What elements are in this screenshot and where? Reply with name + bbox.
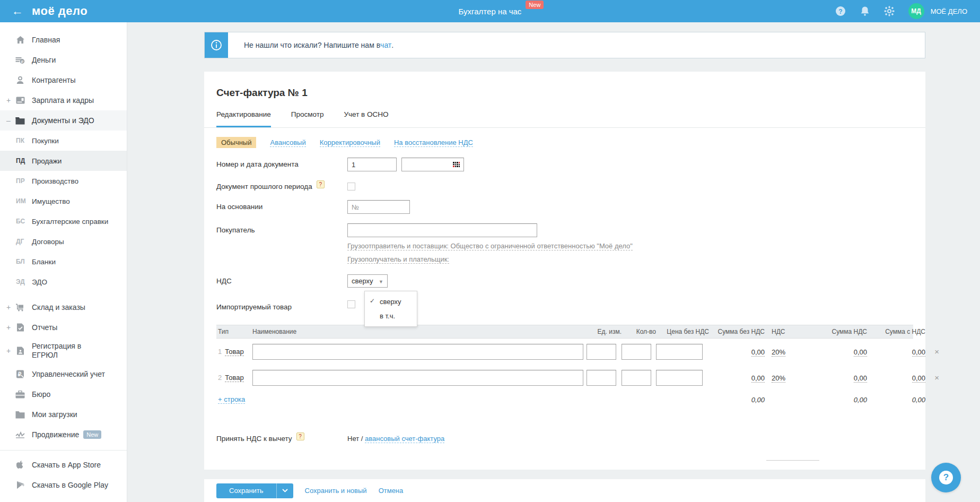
document-number-input[interactable] — [347, 158, 397, 171]
sidebar-item-my-uploads[interactable]: Мои загрузки — [0, 404, 127, 425]
sidebar-item-promotion[interactable]: Продвижение New — [0, 425, 127, 445]
item-qty-input[interactable] — [622, 370, 651, 386]
delete-row-icon[interactable]: × — [934, 347, 939, 356]
item-name-input[interactable] — [252, 370, 583, 386]
sidebar-item-google-play[interactable]: Скачать в Google Play — [0, 475, 127, 495]
sidebar-item-documents-edo[interactable]: – Документы и ЭДО — [0, 110, 127, 131]
account-name[interactable]: МОЁ ДЕЛО — [931, 7, 967, 15]
sidebar-item-reports[interactable]: + Отчеты — [0, 317, 127, 337]
collapse-minus-icon[interactable]: – — [5, 116, 12, 125]
banner-text-before: Не нашли что искали? Напишите нам в — [244, 41, 380, 49]
save-button[interactable]: Сохранить — [216, 483, 276, 498]
back-arrow-icon[interactable]: ← — [12, 5, 23, 17]
vat-select[interactable]: сверху ▼ — [347, 274, 388, 288]
item-price-input[interactable] — [656, 370, 703, 386]
vat-deduct-row: Принять НДС к вычету ? Нет / авансовый с… — [216, 432, 913, 443]
sidebar-item-purchases[interactable]: ПК Покупки — [0, 131, 127, 151]
vat-option-label: в т.ч. — [380, 312, 395, 320]
sidebar-item-label: ЭДО — [32, 278, 47, 286]
item-unit-input[interactable] — [587, 370, 616, 386]
past-period-checkbox[interactable] — [347, 183, 355, 191]
consignee-payer-link[interactable]: Грузополучатель и плательщик: — [347, 255, 449, 264]
vat-option-included[interactable]: в т.ч. — [365, 309, 417, 323]
row-type-link[interactable]: Товар — [225, 374, 243, 382]
sidebar-prefix: ЭД — [16, 278, 32, 285]
report-check-icon — [15, 323, 25, 332]
sum-no-vat-value[interactable]: 0,00 — [751, 374, 765, 383]
sidebar-item-warehouse[interactable]: + Склад и заказы — [0, 297, 127, 317]
sidebar-item-contractors[interactable]: Контрагенты — [0, 70, 127, 90]
item-price-input[interactable] — [656, 344, 703, 360]
sidebar-item-sales[interactable]: ПД Продажи — [0, 151, 127, 171]
item-qty-input[interactable] — [622, 344, 651, 360]
vat-sum-value[interactable]: 0,00 — [854, 348, 867, 357]
buyer-input[interactable] — [347, 223, 537, 237]
row-type-link[interactable]: Товар — [225, 348, 243, 356]
shipper-supplier-link[interactable]: Грузоотправитель и поставщик: Общество с… — [347, 242, 633, 250]
vat-rate-value[interactable]: 20% — [772, 374, 785, 383]
item-unit-input[interactable] — [587, 344, 616, 360]
type-corrective[interactable]: Корректировочный — [320, 139, 380, 147]
document-date-field[interactable] — [401, 158, 464, 171]
total-value[interactable]: 0,00 — [912, 348, 925, 357]
sidebar-item-blanks[interactable]: БЛ Бланки — [0, 252, 127, 272]
sidebar-item-label: Производство — [32, 177, 78, 185]
vat-rate-value[interactable]: 20% — [772, 348, 785, 357]
save-dropdown-chevron-icon[interactable] — [276, 483, 293, 498]
save-and-new-link[interactable]: Сохранить и новый — [305, 487, 367, 495]
type-advance[interactable]: Авансовый — [270, 139, 305, 147]
col-header-price: Цена без НДС — [656, 328, 709, 335]
table-row: 2 Товар 0,00 20% 0,00 0,00 × — [216, 365, 913, 391]
vat-sum-value[interactable]: 0,00 — [854, 374, 867, 383]
sidebar-item-contracts[interactable]: ДГ Договоры — [0, 231, 127, 252]
salary-card-icon — [15, 97, 25, 104]
vat-selected-value: сверху — [352, 277, 373, 285]
app-logo[interactable]: моё дело — [32, 4, 88, 18]
cancel-link[interactable]: Отмена — [379, 487, 404, 495]
person-icon — [15, 76, 25, 84]
vat-option-above[interactable]: ✓ сверху — [365, 295, 417, 309]
notifications-bell-icon[interactable] — [860, 6, 870, 16]
help-question-icon[interactable]: ? — [317, 180, 325, 188]
delete-row-icon[interactable]: × — [934, 373, 939, 382]
user-avatar[interactable]: МД — [908, 3, 924, 19]
col-header-qty: Кол-во — [622, 328, 656, 335]
document-date-input[interactable] — [401, 158, 464, 171]
sidebar-item-management-accounting[interactable]: ₽ Управленческий учет — [0, 364, 127, 384]
type-regular[interactable]: Обычный — [216, 137, 256, 148]
save-split-button[interactable]: Сохранить — [216, 483, 293, 498]
help-question-icon[interactable]: ? — [296, 432, 304, 440]
help-icon[interactable]: ? — [835, 6, 846, 16]
sidebar-item-home[interactable]: Главная — [0, 30, 127, 50]
sidebar-item-bureau[interactable]: Бюро — [0, 384, 127, 404]
accountant-per-hour-link[interactable]: Бухгалтер на час New — [459, 7, 522, 16]
expand-plus-icon[interactable]: + — [5, 303, 12, 311]
sum-no-vat-value[interactable]: 0,00 — [751, 348, 765, 357]
settings-gear-icon[interactable] — [884, 6, 895, 16]
sidebar-item-app-store[interactable]: Скачать в App Store — [0, 455, 127, 475]
sidebar-item-property[interactable]: ИМ Имущество — [0, 191, 127, 211]
sidebar-item-edo[interactable]: ЭД ЭДО — [0, 272, 127, 292]
sidebar-item-label: Покупки — [32, 137, 59, 145]
sidebar-item-production[interactable]: ПР Производство — [0, 171, 127, 191]
total-value[interactable]: 0,00 — [912, 374, 925, 383]
buyer-row: Покупатель Грузоотправитель и поставщик:… — [216, 223, 913, 264]
type-vat-restore[interactable]: На восстановление НДС — [394, 139, 473, 147]
sidebar-item-money[interactable]: ₽ Деньги — [0, 50, 127, 70]
tab-osno-accounting[interactable]: Учет в ОСНО — [344, 110, 389, 127]
tab-preview[interactable]: Просмотр — [291, 110, 324, 127]
add-row-link[interactable]: + строка — [218, 395, 245, 404]
help-fab-button[interactable]: ? — [931, 463, 961, 492]
expand-plus-icon[interactable]: + — [5, 323, 12, 332]
expand-plus-icon[interactable]: + — [5, 347, 12, 355]
chat-link[interactable]: чат — [380, 41, 391, 49]
expand-plus-icon[interactable]: + — [5, 96, 12, 105]
import-goods-checkbox[interactable] — [347, 300, 355, 308]
sidebar-item-egrul-registration[interactable]: + Регистрация в ЕГРЮЛ — [0, 337, 127, 364]
advance-invoice-link[interactable]: авансовый счет-фактура — [365, 435, 444, 443]
item-name-input[interactable] — [252, 344, 583, 360]
basis-input[interactable] — [347, 200, 410, 214]
sidebar-item-salary[interactable]: + Зарплата и кадры — [0, 90, 127, 110]
tab-editing[interactable]: Редактирование — [216, 110, 271, 127]
sidebar-item-accounting-certs[interactable]: БС Бухгалтерские справки — [0, 211, 127, 231]
